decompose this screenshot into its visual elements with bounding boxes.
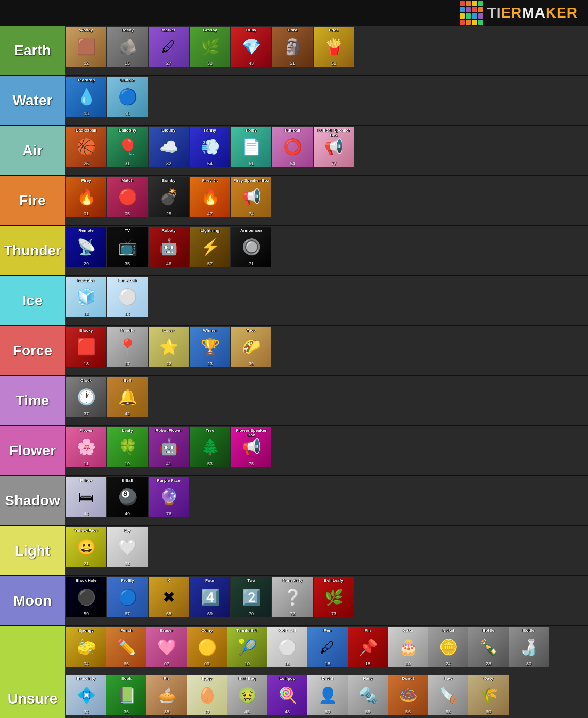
tier-item: Bubble🔵08 (107, 77, 148, 124)
tier-item: 8-Ball🎱49 (107, 477, 148, 524)
item-name: Balloony (108, 128, 147, 133)
item-name: Bubble (108, 78, 147, 83)
logo-text: TiERMAKER (487, 5, 578, 21)
item-name: TV (108, 228, 147, 233)
item-number: 35 (107, 261, 148, 266)
tier-item: Lightning⚡57 (190, 227, 230, 274)
item-emoji: 🤖 (159, 439, 178, 455)
tier-item: Oaty🌾60 (468, 675, 509, 718)
tier-item: Eraser🩷07 (146, 627, 187, 674)
tier-item: Pillow🛏44 (66, 477, 106, 524)
item-emoji: 🩷 (157, 640, 176, 655)
item-emoji: ✏️ (117, 640, 136, 655)
tier-item: Coiny🟡09 (187, 627, 227, 674)
tier-items-fire: Firey🔥01Match🔴05Bomby💣25Firey Jr.🔥47Fire… (65, 176, 588, 225)
tier-item: Nonexisty❔72 (272, 577, 313, 624)
item-emoji: 📍 (118, 339, 137, 355)
tier-item: Basketball🏀26 (66, 127, 106, 174)
item-emoji: ⚪ (118, 289, 137, 305)
item-name: Tennis Ball (227, 628, 267, 633)
item-number: 51 (272, 61, 313, 66)
item-emoji: ❔ (283, 590, 302, 605)
header-bar: TiERMAKER (0, 0, 588, 26)
item-name: Barf Bag (227, 676, 267, 681)
tier-item: Ruby💎43 (231, 27, 271, 74)
item-emoji: 🍾 (479, 640, 498, 655)
item-emoji: 💎 (242, 39, 261, 55)
tier-label-thunder: Thunder (0, 226, 65, 275)
item-emoji: 💨 (201, 139, 220, 155)
item-emoji: 📄 (242, 139, 261, 155)
item-name: Leafy (108, 428, 147, 433)
item-emoji: 🌲 (201, 439, 220, 455)
item-name: Cake (388, 628, 428, 633)
tier-container: TiERMAKER EarthWoody🟫02Rocky🪨15Marker🖊27… (0, 0, 588, 718)
item-number: 55 (348, 709, 388, 714)
tier-items-water: Teardrop💧03Bubble🔵08 (65, 76, 588, 125)
item-emoji: 🪨 (118, 39, 137, 55)
item-name: Eraser (147, 628, 186, 633)
tier-label-shadow: Shadow (0, 476, 65, 525)
tier-item: Tennis Ball🎾10 (227, 627, 267, 674)
item-number: 34 (66, 709, 106, 714)
item-number: 72 (272, 611, 313, 616)
tier-item: Saw🪚58 (428, 675, 468, 718)
tier-item: Profily🔵67 (107, 577, 148, 624)
tier-item: Pin📌18 (348, 627, 388, 674)
tier-row-flower: FlowerFlower🌸11Leafy🍀19Robot Flower🤖41Tr… (0, 426, 588, 476)
unsure-row: Bracelety💠34Book📗36Pie🥧38Eggy🥚40Barf Bag… (66, 675, 587, 718)
item-name: Needle (108, 328, 147, 333)
tier-label-fire: Fire (0, 176, 65, 225)
item-number: 23 (190, 361, 230, 366)
item-emoji: 🤢 (238, 688, 257, 703)
item-name: Foldy (232, 128, 271, 133)
tier-item: Barf Bag🤢45 (227, 675, 267, 718)
item-name: Bracelety (67, 676, 106, 681)
item-name: Ruby (232, 28, 271, 32)
item-name: Announcer (232, 228, 271, 233)
item-number: 18 (348, 661, 388, 666)
item-emoji: 🎂 (399, 640, 418, 655)
item-name: Donut (388, 676, 428, 681)
item-number: 33 (190, 61, 230, 66)
item-number: 10 (227, 661, 267, 666)
item-emoji: 🍩 (399, 688, 418, 703)
tier-items-light: Yellow Face😀21Liy🤍63 (65, 526, 588, 575)
tier-item: TV📺35 (107, 227, 148, 274)
item-name: Profily (108, 578, 147, 583)
item-emoji: 4️⃣ (201, 590, 220, 605)
item-number: 07 (146, 661, 187, 666)
item-name: Bottle (469, 628, 508, 633)
item-emoji: 🔩 (358, 688, 378, 703)
tier-row-moon: MoonBlack Hole⚫59Profily🔵67X✖68Four4️⃣69… (0, 576, 588, 626)
tier-label-water: Water (0, 76, 65, 125)
item-name: Robot Flower (149, 428, 188, 433)
tier-items-unsure: Spongy🧽04Pencil✏️66Eraser🩷07Coiny🟡09Tenn… (65, 626, 588, 718)
tier-item: Announcer🔘71 (231, 227, 271, 274)
item-emoji: ✖ (162, 590, 175, 605)
item-number: 15 (107, 61, 148, 66)
item-emoji: 🛏 (78, 489, 94, 505)
item-number: 77 (314, 161, 354, 166)
tier-items-flower: Flower🌸11Leafy🍀19Robot Flower🤖41Tree🌲53F… (65, 426, 588, 475)
tier-item: Golf Ball⚪16 (267, 627, 307, 674)
item-name: Tree (190, 428, 230, 433)
item-number: 02 (66, 61, 106, 66)
item-emoji: 🎈 (118, 139, 137, 155)
item-emoji: 🔘 (242, 239, 261, 255)
tier-items-air: Basketball🏀26Balloony🎈31Cloudy☁️32Fanny💨… (65, 126, 588, 175)
item-name: Puffball Speaker Box (314, 128, 353, 137)
item-number: 26 (66, 161, 106, 166)
tier-label-time: Time (0, 376, 65, 425)
tier-item: Cloudy☁️32 (149, 127, 189, 174)
tier-item: Leafy🍀19 (107, 427, 148, 474)
item-name: X (149, 578, 188, 583)
tier-item: Evil Leafy🌿73 (314, 577, 354, 624)
tier-item: Black Hole⚫59 (66, 577, 106, 624)
item-number: 31 (107, 161, 148, 166)
tier-item: Liy🤍63 (107, 527, 148, 574)
item-name: Four (190, 578, 230, 583)
item-name: Liy (108, 528, 147, 533)
tier-item: X✖68 (149, 577, 189, 624)
tier-items-force: Blocky🟥13Needle📍17Loser⭐22Winner🏆23Taco🌮… (65, 326, 588, 375)
